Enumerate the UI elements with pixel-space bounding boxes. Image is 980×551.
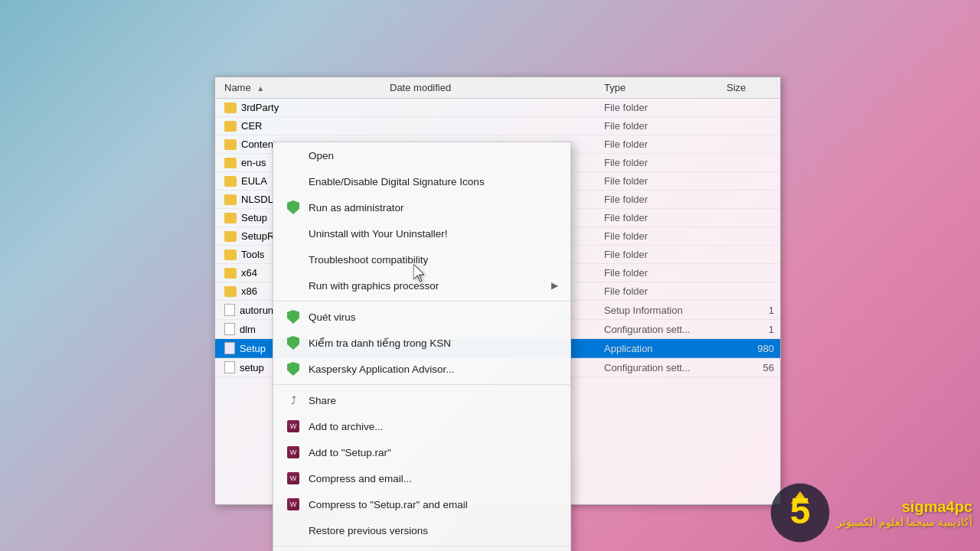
file-name: NLSDL bbox=[241, 194, 273, 205]
file-type: File folder bbox=[604, 285, 727, 297]
col-name-header[interactable]: Name ▲ bbox=[215, 82, 384, 93]
empty-icon bbox=[286, 252, 301, 267]
folder-icon bbox=[224, 121, 237, 132]
col-type-header[interactable]: Type bbox=[604, 82, 727, 93]
context-menu: Open Enable/Disable Digital Signature Ic… bbox=[273, 142, 571, 551]
file-type: File folder bbox=[604, 194, 727, 205]
menu-item-label: Share bbox=[309, 395, 336, 406]
kaspersky-icon bbox=[286, 335, 301, 350]
empty-icon bbox=[286, 174, 301, 189]
winrar-icon: W bbox=[286, 419, 301, 434]
menu-item-scan-virus[interactable]: Quét virus bbox=[273, 304, 570, 330]
file-type: Configuration sett... bbox=[604, 362, 727, 373]
folder-icon bbox=[224, 231, 237, 242]
logo-text-area: sigma4pc أكاديمية سيجما لعلوم الكمبيوتر bbox=[837, 498, 972, 528]
file-name: x86 bbox=[241, 285, 257, 297]
file-type: File folder bbox=[604, 102, 727, 113]
col-date-header[interactable]: Date modified bbox=[384, 82, 604, 93]
file-type: Setup Information bbox=[604, 305, 727, 316]
file-size: 1 bbox=[727, 305, 780, 316]
menu-item-share[interactable]: ⤴ Share bbox=[273, 387, 570, 413]
menu-item-label: Open bbox=[309, 150, 334, 161]
menu-item-ksn-check[interactable]: Kiểm tra danh tiếng trong KSN bbox=[273, 330, 570, 356]
menu-item-label: Add to archive... bbox=[309, 421, 384, 432]
file-icon bbox=[224, 323, 235, 335]
file-type: File folder bbox=[604, 249, 727, 260]
file-size: 56 bbox=[727, 362, 780, 373]
menu-item-label: Add to "Setup.rar" bbox=[309, 447, 391, 458]
folder-icon bbox=[224, 176, 237, 187]
file-name: EULA bbox=[241, 175, 267, 187]
file-name: x64 bbox=[241, 267, 257, 279]
menu-item-label: Troubleshoot compatibility bbox=[309, 254, 428, 266]
folder-icon bbox=[224, 194, 237, 205]
kaspersky-icon bbox=[286, 361, 301, 377]
menu-item-restore-versions[interactable]: Restore previous versions bbox=[273, 517, 570, 543]
file-name: Tools bbox=[241, 249, 264, 260]
empty-icon bbox=[286, 523, 301, 538]
col-size-header[interactable]: Size bbox=[727, 82, 780, 93]
sigma-logo-icon: 5 bbox=[769, 482, 831, 543]
empty-icon bbox=[286, 148, 301, 163]
file-name: dlm bbox=[240, 324, 256, 335]
column-headers: Name ▲ Date modified Type Size bbox=[215, 77, 780, 99]
shield-icon bbox=[286, 200, 301, 215]
menu-separator bbox=[273, 546, 570, 546]
menu-item-add-setup-rar[interactable]: W Add to "Setup.rar" bbox=[273, 439, 570, 465]
file-type: File folder bbox=[604, 139, 727, 150]
file-icon bbox=[224, 361, 235, 373]
exe-icon bbox=[224, 342, 235, 354]
file-type: File folder bbox=[604, 120, 727, 132]
menu-item-label: Compress and email... bbox=[309, 473, 412, 484]
share-icon: ⤴ bbox=[286, 393, 301, 408]
menu-item-compress-email[interactable]: W Compress and email... bbox=[273, 465, 570, 491]
menu-separator bbox=[273, 301, 570, 302]
kaspersky-icon bbox=[286, 309, 301, 324]
folder-icon bbox=[224, 103, 237, 113]
file-name: setup bbox=[240, 362, 264, 373]
menu-item-add-archive[interactable]: W Add to archive... bbox=[273, 413, 570, 439]
menu-item-uninstall[interactable]: Uninstall with Your Uninstaller! bbox=[273, 220, 570, 246]
menu-item-label: Kaspersky Application Advisor... bbox=[309, 364, 455, 375]
menu-item-compress-setup-email[interactable]: W Compress to "Setup.rar" and email bbox=[273, 491, 570, 517]
menu-item-digital-signature[interactable]: Enable/Disable Digital Signature Icons bbox=[273, 168, 570, 194]
file-name: 3rdParty bbox=[241, 102, 279, 113]
file-name: en-us bbox=[241, 157, 266, 168]
winrar-icon: W bbox=[286, 471, 301, 486]
file-name: Setup bbox=[241, 212, 267, 223]
file-type: File folder bbox=[604, 230, 727, 242]
file-size: 980 bbox=[727, 343, 780, 354]
file-type: File folder bbox=[604, 175, 727, 187]
winrar-icon: W bbox=[286, 445, 301, 460]
winrar-icon: W bbox=[286, 497, 301, 512]
table-row[interactable]: 3rdParty File folder bbox=[215, 99, 780, 117]
logo-overlay: 5 sigma4pc أكاديمية سيجما لعلوم الكمبيوت… bbox=[769, 482, 972, 543]
submenu-arrow-icon: ▶ bbox=[551, 280, 558, 291]
folder-icon bbox=[224, 268, 237, 279]
menu-item-label: Kiểm tra danh tiếng trong KSN bbox=[309, 337, 451, 349]
folder-icon bbox=[224, 249, 237, 260]
file-type: File folder bbox=[604, 157, 727, 168]
file-size: 1 bbox=[727, 324, 780, 335]
brand-name: sigma4pc bbox=[837, 498, 972, 516]
menu-item-kaspersky-advisor[interactable]: Kaspersky Application Advisor... bbox=[273, 356, 570, 382]
table-row[interactable]: CER File folder bbox=[215, 117, 780, 135]
file-icon bbox=[224, 304, 235, 316]
menu-item-label: Restore previous versions bbox=[309, 525, 428, 536]
file-name: Content bbox=[241, 139, 276, 150]
mouse-cursor bbox=[413, 264, 429, 282]
folder-icon bbox=[224, 139, 237, 150]
menu-item-run-admin[interactable]: Run as administrator bbox=[273, 194, 570, 220]
empty-icon bbox=[286, 278, 301, 293]
folder-icon bbox=[224, 213, 237, 223]
file-type: Application bbox=[604, 343, 727, 354]
menu-item-label: Quét virus bbox=[309, 311, 356, 323]
menu-item-label: Compress to "Setup.rar" and email bbox=[309, 499, 468, 510]
empty-icon bbox=[286, 226, 301, 241]
file-name: autorun bbox=[240, 305, 273, 316]
arabic-brand-text: أكاديمية سيجما لعلوم الكمبيوتر bbox=[837, 516, 972, 528]
sort-arrow: ▲ bbox=[256, 84, 264, 93]
menu-item-label: Uninstall with Your Uninstaller! bbox=[309, 228, 448, 240]
folder-icon bbox=[224, 286, 237, 297]
menu-item-open[interactable]: Open bbox=[273, 142, 570, 168]
